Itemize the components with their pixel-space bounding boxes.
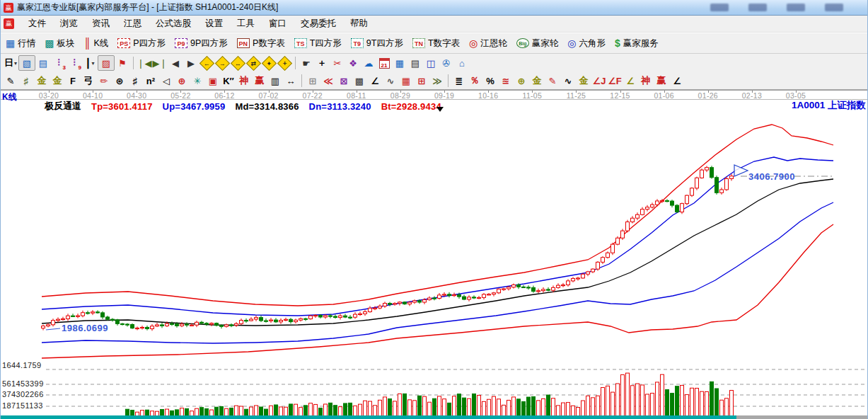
red-fan-icon[interactable]: ≪: [320, 74, 336, 88]
k-mark-icon[interactable]: Κ″: [221, 74, 236, 88]
titlebar-blurred-item[interactable]: [787, 4, 805, 11]
sectors-button[interactable]: ▩板块: [42, 36, 76, 51]
j-angle-icon[interactable]: ∠J: [591, 74, 607, 88]
clipboard-icon[interactable]: ▤: [35, 56, 51, 70]
calculator-icon[interactable]: ▦: [392, 56, 407, 70]
titlebar-blurred-item[interactable]: [748, 4, 767, 11]
candle-type-button[interactable]: ┃▾: [82, 56, 98, 70]
t-square-button[interactable]: TST四方形: [292, 36, 344, 51]
f-angle-icon[interactable]: ∠F: [607, 74, 623, 88]
net-globe-icon[interactable]: ✇: [439, 56, 454, 70]
fibonacci-icon[interactable]: F: [65, 74, 81, 88]
gann-wheel-button[interactable]: ◎江恩轮: [467, 36, 509, 51]
frame-tool-icon[interactable]: ⊞: [305, 74, 320, 88]
winner-service-button[interactable]: $赢家服务: [613, 36, 661, 51]
last-bar-icon[interactable]: ▶❘: [152, 56, 168, 70]
t-number-table-button[interactable]: TNT数字表: [410, 36, 462, 51]
percent-zone-icon[interactable]: ％: [467, 74, 482, 88]
expand-diamond-icon[interactable]: ✦: [261, 56, 277, 70]
kline-button[interactable]: ║K线: [81, 36, 110, 51]
compass-circle-icon[interactable]: ⊛: [112, 74, 127, 88]
gold-circle-icon[interactable]: ⊕: [514, 74, 529, 88]
menu-item-8[interactable]: 交易委托: [294, 16, 343, 32]
h-arrows-icon[interactable]: ↔: [283, 74, 299, 88]
gold2-angle-icon[interactable]: ∠: [623, 74, 638, 88]
si-angle-icon[interactable]: ∠: [669, 74, 685, 88]
titlebar-blurred-item[interactable]: [710, 4, 729, 11]
save-icon[interactable]: ◫: [423, 56, 439, 70]
star-burst-icon[interactable]: ✳: [190, 74, 205, 88]
approx-icon[interactable]: ≊: [498, 74, 514, 88]
compress-diamond-icon[interactable]: ⇄: [245, 56, 261, 70]
red-grid-icon[interactable]: ▦: [398, 74, 414, 88]
menu-item-9[interactable]: 帮助: [343, 16, 375, 32]
net-computer-icon[interactable]: ⌂: [454, 56, 470, 70]
square-grid-icon[interactable]: ▣: [205, 74, 221, 88]
grid-123-icon[interactable]: ▥: [267, 74, 283, 88]
menu-item-1[interactable]: 浏览: [53, 16, 85, 32]
red-grid2-icon[interactable]: ⊞: [414, 74, 429, 88]
shift-right-diamond-icon[interactable]: →: [214, 56, 230, 70]
menu-item-4[interactable]: 公式选股: [149, 16, 198, 32]
9t-square-button[interactable]: T99T四方形: [349, 36, 405, 51]
next-bar-icon[interactable]: ▶: [183, 56, 199, 70]
shen-tool-icon[interactable]: 神: [236, 74, 252, 88]
prev-bar-icon[interactable]: ◀: [168, 56, 183, 70]
menu-item-0[interactable]: 文件: [21, 16, 53, 32]
app-logo-icon[interactable]: 赢: [4, 3, 13, 13]
full-view-diamond-icon[interactable]: ＋: [277, 56, 292, 70]
hash-tool-icon[interactable]: ♯: [127, 74, 143, 88]
9p-square-button[interactable]: P99P四方形: [173, 36, 230, 51]
angle-flag-icon[interactable]: ◁: [158, 74, 174, 88]
dark-grid-icon[interactable]: ▩: [352, 74, 367, 88]
diag-hatch-icon[interactable]: ≫: [429, 74, 445, 88]
brush-tool-icon[interactable]: ✏: [96, 74, 112, 88]
wave-line-icon[interactable]: ∿: [383, 74, 398, 88]
first-bar-icon[interactable]: ❘◀: [137, 56, 152, 70]
purple-fan-icon[interactable]: ⊠: [336, 74, 352, 88]
market-quotes-button[interactable]: ▦行情: [4, 36, 37, 51]
titlebar[interactable]: 赢 赢家江恩专业版[赢家内部服务平台] - [上证指数 SH1A0001-240…: [1, 0, 867, 16]
hand-tool-icon[interactable]: ☛: [299, 56, 314, 70]
percent-icon[interactable]: %: [482, 74, 498, 88]
menu-item-6[interactable]: 工具: [230, 16, 262, 32]
bars9-icon[interactable]: ⫶9: [66, 56, 82, 70]
gold-grid-icon[interactable]: 金: [34, 74, 50, 88]
p-number-table-button[interactable]: PNP数字表: [235, 36, 287, 51]
circle-cross-icon[interactable]: ⊕: [174, 74, 190, 88]
shift-left-diamond-icon[interactable]: ←: [199, 56, 214, 70]
menu-item-5[interactable]: 设置: [198, 16, 230, 32]
titlebar-blurred-item[interactable]: [825, 4, 843, 11]
shen-angle-icon[interactable]: 神: [638, 74, 654, 88]
notes-icon[interactable]: ▤: [407, 56, 423, 70]
crosshair-tool-icon[interactable]: ＋: [314, 56, 330, 70]
ying-tool-icon[interactable]: 赢: [252, 74, 267, 88]
ying-angle-icon[interactable]: 赢: [654, 74, 669, 88]
menu-item-3[interactable]: 江恩: [117, 16, 149, 32]
gold-bar-icon[interactable]: 金: [529, 74, 545, 88]
calendar-icon[interactable]: 21: [376, 56, 392, 70]
zoom-horizontal-diamond-icon[interactable]: ↔: [230, 56, 245, 70]
period-day-button[interactable]: 日▾: [3, 56, 18, 70]
red-pen-icon[interactable]: ✎: [545, 74, 560, 88]
wave2-icon[interactable]: ∿: [560, 74, 576, 88]
menu-item-7[interactable]: 窗口: [262, 16, 294, 32]
bow-tool-icon[interactable]: 弓: [81, 74, 96, 88]
cut-tool-icon[interactable]: ✂: [330, 56, 345, 70]
ruler-grid-icon[interactable]: ♯: [18, 74, 34, 88]
angle-line-icon[interactable]: ∠: [367, 74, 383, 88]
hexagon-button[interactable]: ◎六角形: [565, 36, 608, 51]
cloud-tool-icon[interactable]: ☁: [361, 56, 376, 70]
pen-tool-icon[interactable]: ✎: [3, 74, 18, 88]
mark-tool-icon[interactable]: ❖: [345, 56, 361, 70]
p-square-button[interactable]: PSP四方形: [115, 36, 168, 51]
n-square-icon[interactable]: n²: [143, 74, 158, 88]
gold-angle-icon[interactable]: 金: [576, 74, 591, 88]
gold-grid2-icon[interactable]: 金: [50, 74, 65, 88]
winner-wheel-button[interactable]: Big赢家轮: [514, 36, 561, 51]
scale-list-icon[interactable]: ≣: [451, 74, 467, 88]
menu-item-2[interactable]: 资讯: [85, 16, 117, 32]
bars3-icon[interactable]: ⫶3: [51, 56, 66, 70]
pattern2-icon[interactable]: ▨: [98, 55, 115, 71]
sort-flag-icon[interactable]: ⚑: [115, 56, 130, 70]
